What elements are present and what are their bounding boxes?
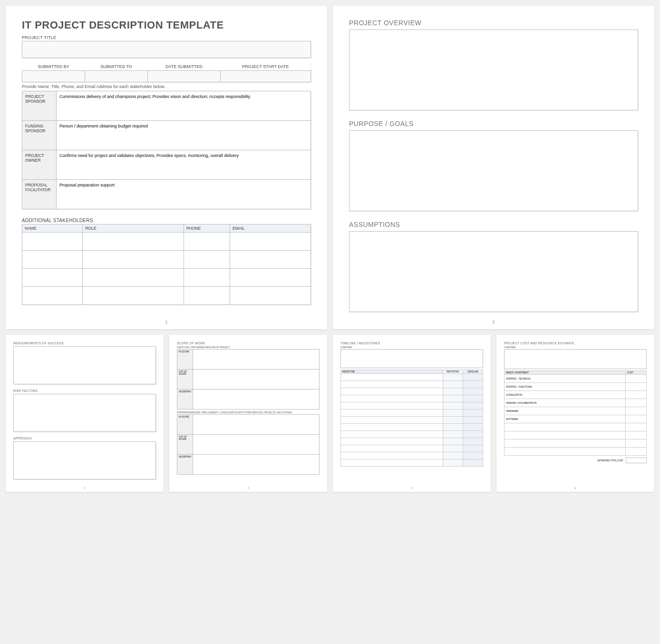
scope-table-2: IN SCOPE OUT OF SCOPE UNCERTAIN (177, 414, 320, 475)
mile-row[interactable] (341, 374, 483, 381)
col-cost: COST (626, 371, 647, 375)
date-submitted-label: DATE SUBMITTED (148, 63, 220, 71)
success-title: MEASUREMENTS OF SUCCESS (13, 342, 156, 345)
submitted-to-input[interactable] (85, 71, 147, 82)
cost-row[interactable]: TRAINING / DOCUMENTATION (505, 399, 647, 407)
out-scope-h: OUT OF SCOPE (177, 370, 193, 390)
timeline-overview-input[interactable] (340, 349, 483, 368)
date-submitted-input[interactable] (148, 71, 220, 82)
mile-row[interactable] (341, 431, 483, 438)
cost-row[interactable]: HARDWARE (505, 407, 647, 415)
in-scope-h2: IN SCOPE (177, 415, 193, 435)
cost-row[interactable] (505, 448, 647, 456)
overview-title: PROJECT OVERVIEW (349, 19, 638, 27)
doc-title: IT PROJECT DESCRIPTION TEMPLATE (22, 19, 311, 31)
assumptions-title: ASSUMPTIONS (349, 221, 638, 228)
page-2: PROJECT OVERVIEW PURPOSE / GOALS ASSUMPT… (333, 6, 654, 329)
in-scope-input2[interactable] (193, 415, 319, 435)
cost-row[interactable] (505, 439, 647, 448)
uncertain-input2[interactable] (193, 455, 319, 475)
row-owner-t[interactable]: Confirms need for project and validates … (57, 150, 311, 180)
start-date-label: PROJECT START DATE (220, 63, 311, 71)
scope-sub1: FUNCTIONS / PROCESSES IMPACTED BY PROJEC… (177, 346, 320, 349)
project-title-label: PROJECT TITLE (22, 35, 311, 40)
scope-table-1: IN SCOPE OUT OF SCOPE UNCERTAIN (177, 349, 320, 410)
add-row[interactable] (22, 269, 311, 287)
page-1: IT PROJECT DESCRIPTION TEMPLATE PROJECT … (6, 6, 327, 329)
page-6: PROJECT COST AND RESOURCE ESTIMATE OVERV… (496, 335, 654, 492)
out-scope-input2[interactable] (193, 435, 319, 455)
total-label: ESTIMATED TOTAL COST (597, 459, 623, 462)
uncertain-input[interactable] (193, 390, 319, 410)
cost-overview-input[interactable] (504, 349, 647, 369)
cost-ov: OVERVIEW (504, 346, 647, 349)
cost-title: PROJECT COST AND RESOURCE ESTIMATE (504, 342, 647, 345)
mile-row[interactable] (341, 410, 483, 417)
scope-sub2: INTERDEPENDENCIES / REPLACEMENT / CONSOL… (177, 411, 320, 414)
cost-row[interactable]: SOFTWARE (505, 415, 647, 423)
stakeholder-note: Provide Name, Title, Phone, and Email Ad… (22, 84, 311, 89)
total-row: ESTIMATED TOTAL COST (504, 458, 647, 463)
in-scope-h: IN SCOPE (177, 350, 193, 370)
mile-row[interactable] (341, 459, 483, 467)
row-funding-t[interactable]: Person / department obtaining budget req… (57, 121, 311, 150)
out-scope-input[interactable] (193, 370, 319, 390)
stakeholder-table: PROJECT SPONSORCommissions delivery of a… (22, 91, 311, 209)
page-3: MEASUREMENTS OF SUCCESS RISK FACTORS APP… (6, 335, 164, 492)
mile-row[interactable] (341, 402, 483, 410)
risk-title: RISK FACTORS (13, 389, 156, 392)
page-number: 2 (333, 320, 654, 324)
col-name: NAME (22, 224, 83, 233)
uncertain-h: UNCERTAIN (177, 390, 193, 410)
uncertain-h2: UNCERTAIN (177, 455, 193, 475)
start-date-input[interactable] (220, 71, 311, 82)
mile-row[interactable] (341, 452, 483, 459)
mile-row[interactable] (341, 445, 483, 452)
mile-row[interactable] (341, 388, 483, 395)
page-4: SCOPE OF WORK FUNCTIONS / PROCESSES IMPA… (169, 335, 327, 492)
mile-row[interactable] (341, 381, 483, 388)
col-milestone: MILESTONE (341, 370, 443, 374)
assumptions-input[interactable] (349, 231, 638, 312)
col-reporting: REPORTING (443, 370, 463, 374)
page-5: TIMELINE / MILESTONES OVERVIEW MILESTONE… (333, 335, 491, 492)
col-email: EMAIL (230, 224, 311, 233)
page-number: 4 (169, 487, 327, 489)
submitted-to-label: SUBMITTED TO (85, 63, 147, 71)
additional-table: NAME ROLE PHONE EMAIL (22, 224, 311, 305)
in-scope-input[interactable] (193, 350, 319, 370)
col-deadline: DEADLINE (463, 370, 483, 374)
row-funding-h: FUNDING SPONSOR (22, 121, 57, 150)
add-row[interactable] (22, 251, 311, 269)
cost-row[interactable] (505, 423, 647, 431)
cost-row[interactable] (505, 431, 647, 439)
approach-title: APPROACH (13, 437, 156, 440)
page-number: 3 (6, 487, 164, 489)
mile-row[interactable] (341, 424, 483, 431)
page-number: 1 (6, 320, 327, 324)
cost-row[interactable]: STAFFING – TECHNICAL (505, 375, 647, 383)
cost-row[interactable]: STAFFING – FUNCTIONAL (505, 383, 647, 391)
success-input[interactable] (13, 346, 156, 384)
mile-row[interactable] (341, 438, 483, 445)
purpose-input[interactable] (349, 130, 638, 211)
row-sponsor-t[interactable]: Commissions delivery of and champions pr… (57, 91, 311, 121)
page-number: 5 (333, 487, 491, 489)
project-title-input[interactable] (22, 41, 311, 58)
submitted-by-input[interactable] (22, 71, 85, 82)
overview-input[interactable] (349, 29, 638, 110)
mile-row[interactable] (341, 395, 483, 402)
mile-row[interactable] (341, 417, 483, 424)
additional-title: ADDITIONAL STAKEHOLDERS (22, 218, 311, 223)
approach-input[interactable] (13, 441, 156, 479)
risk-input[interactable] (13, 394, 156, 432)
total-input[interactable] (626, 458, 647, 463)
row-facilitator-t[interactable]: Proposal preparation support (57, 180, 311, 209)
submitted-by-label: SUBMITTED BY (22, 63, 85, 71)
add-row[interactable] (22, 287, 311, 305)
timeline-title: TIMELINE / MILESTONES (340, 342, 483, 345)
add-row[interactable] (22, 233, 311, 251)
row-owner-h: PROJECT OWNER (22, 150, 57, 180)
out-scope-h2: OUT OF SCOPE (177, 435, 193, 455)
cost-row[interactable]: CONSULTATION (505, 391, 647, 399)
